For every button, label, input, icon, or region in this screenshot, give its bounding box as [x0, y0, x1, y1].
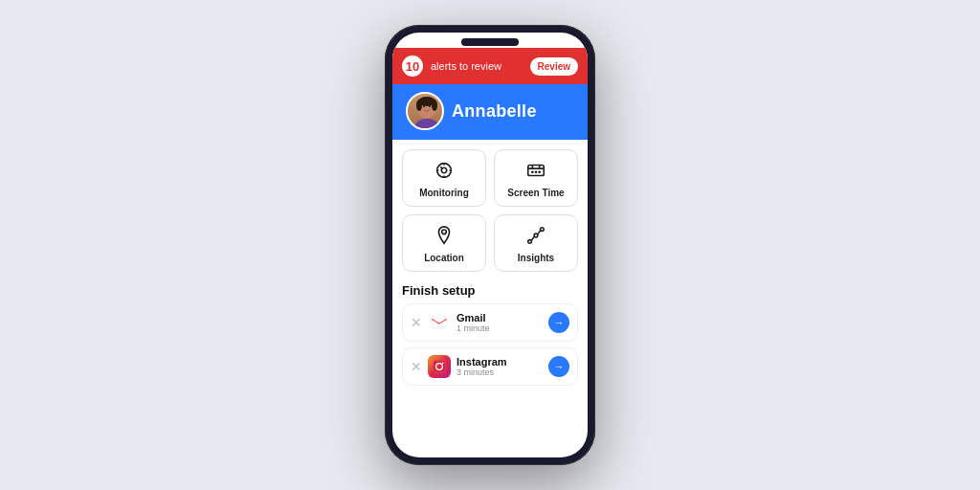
svg-point-18: [528, 240, 532, 244]
gmail-icon: [428, 311, 451, 334]
location-icon: [434, 225, 455, 249]
alert-bar: 10 alerts to review Review: [392, 48, 588, 84]
insights-label: Insights: [518, 253, 554, 263]
phone-screen: 10 alerts to review Review: [392, 33, 588, 457]
alert-text: alerts to review: [431, 60, 523, 72]
instagram-setup-item[interactable]: ✕: [402, 347, 578, 386]
instagram-time: 3 minutes: [457, 368, 543, 377]
svg-line-21: [531, 236, 534, 240]
avatar: [406, 92, 444, 130]
feature-grid: Monitoring Screen Time: [392, 140, 588, 278]
svg-point-1: [415, 119, 438, 130]
finish-setup-section: Finish setup ✕: [392, 278, 588, 457]
location-label: Location: [424, 253, 464, 263]
instagram-info: Instagram 3 minutes: [457, 356, 543, 377]
svg-point-13: [535, 170, 538, 173]
alert-count: 10: [402, 56, 423, 77]
gmail-info: Gmail 1 minute: [457, 312, 543, 333]
gmail-time: 1 minute: [457, 323, 543, 333]
svg-rect-10: [528, 166, 545, 176]
svg-rect-23: [433, 360, 445, 372]
svg-point-19: [534, 234, 538, 237]
instagram-icon: [428, 355, 451, 378]
gmail-arrow-button[interactable]: →: [548, 312, 569, 333]
review-button[interactable]: Review: [530, 57, 578, 76]
insights-button[interactable]: Insights: [494, 214, 578, 272]
gmail-close-icon[interactable]: ✕: [411, 315, 422, 330]
gmail-app-name: Gmail: [457, 312, 543, 323]
svg-point-26: [442, 363, 444, 365]
svg-point-12: [531, 170, 534, 173]
svg-line-22: [538, 231, 541, 234]
avatar-face: [408, 94, 442, 128]
monitoring-label: Monitoring: [419, 188, 469, 198]
instagram-app-name: Instagram: [457, 356, 543, 368]
gmail-setup-item[interactable]: ✕ Gmail: [402, 303, 578, 342]
phone-frame: 10 alerts to review Review: [385, 25, 595, 465]
profile-header: Annabelle: [392, 84, 588, 140]
finish-setup-title: Finish setup: [402, 283, 578, 298]
instagram-arrow-button[interactable]: →: [548, 356, 569, 377]
svg-point-17: [442, 230, 447, 234]
monitoring-button[interactable]: Monitoring: [402, 149, 486, 207]
avatar-illustration: [408, 94, 444, 130]
svg-point-7: [432, 100, 437, 111]
insights-icon: [525, 225, 546, 249]
screen-time-label: Screen Time: [507, 188, 564, 198]
screen-time-button[interactable]: Screen Time: [494, 149, 578, 207]
svg-point-8: [437, 164, 452, 178]
location-button[interactable]: Location: [402, 214, 486, 272]
svg-point-6: [416, 100, 422, 111]
monitoring-icon: [434, 160, 455, 184]
child-name: Annabelle: [452, 101, 537, 122]
instagram-close-icon[interactable]: ✕: [411, 359, 422, 374]
svg-point-20: [541, 228, 545, 232]
phone-notch: [461, 38, 519, 46]
svg-point-14: [538, 170, 541, 173]
screen-time-icon: [525, 160, 546, 184]
